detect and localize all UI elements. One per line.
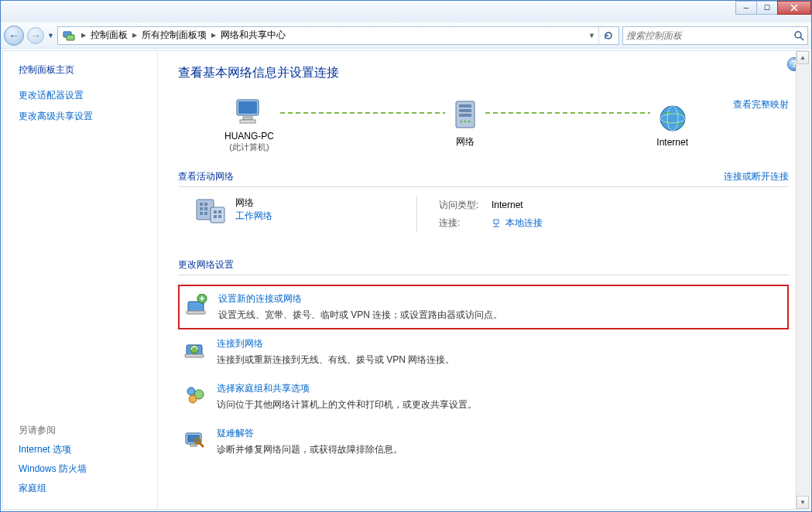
setting-homegroup-desc: 访问位于其他网络计算机上的文件和打印机，或更改共享设置。 [217,399,477,410]
setting-connect-network[interactable]: 连接到网络 连接到或重新连接到无线、有线、拨号或 VPN 网络连接。 [178,329,789,374]
svg-rect-5 [238,101,257,114]
see-also-homegroup[interactable]: 家庭组 [19,482,149,495]
active-network-right: 访问类型: Internet 连接: 本地连接 [407,196,543,232]
svg-rect-24 [204,212,207,215]
local-connection-link[interactable]: 本地连接 [505,217,543,228]
history-dropdown-icon[interactable]: ▼ [47,32,54,39]
titlebar-buttons: ─ ☐ [736,1,811,15]
main-panel: ? 查看基本网络信息并设置连接 HUANG- [158,51,809,509]
content-area: 控制面板主页 更改适配器设置 更改高级共享设置 另请参阅 Internet 选项… [2,50,810,510]
setting-homegroup-link[interactable]: 选择家庭组和共享选项 [217,382,477,395]
see-also-header: 另请参阅 [19,424,149,437]
computer-icon [232,97,266,128]
svg-rect-29 [218,215,221,218]
svg-point-2 [795,32,801,38]
active-networks-title: 查看活动网络 [178,170,234,183]
node-network: 网络 [451,98,479,148]
globe-icon [657,103,688,134]
connect-disconnect-link[interactable]: 连接或断开连接 [724,170,789,183]
crumb-all-items[interactable]: 所有控制面板项 [140,29,208,42]
setting-new-connection-link[interactable]: 设置新的连接或网络 [218,292,502,305]
divider [416,196,417,232]
settings-list: 设置新的连接或网络 设置无线、宽带、拨号、临时或 VPN 连接；或设置路由器或访… [178,285,789,464]
chevron-right-icon[interactable]: ▶ [78,32,89,39]
svg-point-39 [187,387,195,395]
chevron-right-icon[interactable]: ▶ [208,32,219,39]
scroll-up-button[interactable]: ▲ [797,51,809,64]
work-network-icon [194,196,228,227]
titlebar: ─ ☐ [1,1,811,22]
svg-point-15 [660,106,685,131]
arrow-left-icon: ← [9,29,19,42]
full-map-link[interactable]: 查看完整映射 [711,98,789,111]
node-this-pc: HUANG-PC (此计算机) [224,94,274,153]
svg-rect-9 [459,104,471,108]
setting-new-connection-desc: 设置无线、宽带、拨号、临时或 VPN 连接；或设置路由器或访问点。 [218,309,502,320]
node-internet: Internet [656,100,688,148]
refresh-button[interactable] [598,27,617,44]
svg-rect-37 [185,354,204,357]
node-net-label: 网络 [451,135,479,148]
svg-rect-7 [240,120,255,123]
svg-point-12 [461,121,463,123]
setting-homegroup[interactable]: 选择家庭组和共享选项 访问位于其他网络计算机上的文件和打印机，或更改共享设置。 [178,374,789,419]
active-network-row: 网络 工作网络 访问类型: Internet 连接: [178,196,789,241]
close-button[interactable] [777,1,811,15]
sidebar-link-adapter[interactable]: 更改适配器设置 [19,89,149,102]
svg-rect-25 [211,207,224,223]
change-settings-title: 更改网络设置 [178,258,234,271]
see-also-internet-options[interactable]: Internet 选项 [19,443,149,456]
svg-rect-11 [459,114,471,117]
connector-line [280,112,445,114]
crumb-network-sharing[interactable]: 网络和共享中心 [219,29,287,42]
svg-line-3 [800,37,803,40]
crumb-control-panel[interactable]: 控制面板 [89,29,129,42]
svg-rect-44 [190,444,197,446]
node-pc-sublabel: (此计算机) [224,142,274,153]
connection-label: 连接: [439,214,485,232]
troubleshoot-icon [183,427,207,452]
scroll-down-button[interactable]: ▼ [797,496,809,509]
address-dropdown-icon[interactable]: ▼ [585,32,598,39]
network-hub-icon [451,100,479,134]
sidebar-home[interactable]: 控制面板主页 [19,63,149,77]
new-connection-icon [184,292,209,317]
network-center-icon [62,29,76,43]
svg-rect-27 [218,210,221,213]
setting-troubleshoot-desc: 诊断并修复网络问题，或获得故障排除信息。 [217,444,403,455]
vertical-scrollbar[interactable]: ▲ ▼ [796,51,809,509]
minimize-button[interactable]: ─ [735,1,757,15]
svg-point-14 [468,121,471,123]
svg-rect-21 [200,207,203,210]
setting-troubleshoot[interactable]: 疑难解答 诊断并修复网络问题，或获得故障排除信息。 [178,419,789,464]
svg-rect-1 [67,35,74,40]
setting-new-connection[interactable]: 设置新的连接或网络 设置无线、宽带、拨号、临时或 VPN 连接；或设置路由器或访… [178,285,789,329]
active-net-type-link[interactable]: 工作网络 [235,210,272,221]
back-button[interactable]: ← [4,26,24,46]
setting-troubleshoot-link[interactable]: 疑难解答 [217,427,403,440]
svg-rect-10 [459,109,471,112]
forward-button[interactable]: → [27,27,44,44]
sidebar-link-advanced-sharing[interactable]: 更改高级共享设置 [19,110,149,123]
see-also-firewall[interactable]: Windows 防火墙 [19,463,149,476]
maximize-button[interactable]: ☐ [756,1,778,15]
searchbox[interactable] [622,26,808,45]
search-input[interactable] [626,30,793,41]
addressbar[interactable]: ▶ 控制面板 ▶ 所有控制面板项 ▶ 网络和共享中心 ▼ [57,26,619,45]
chevron-right-icon[interactable]: ▶ [129,32,140,39]
svg-point-41 [189,395,197,403]
svg-rect-30 [494,220,499,224]
setting-connect-network-link[interactable]: 连接到网络 [217,337,454,350]
svg-rect-22 [204,207,207,210]
scroll-track[interactable] [797,64,809,496]
svg-rect-28 [214,215,217,218]
setting-connect-network-desc: 连接到或重新连接到无线、有线、拨号或 VPN 网络连接。 [217,354,454,365]
section-active-networks: 查看活动网络 连接或断开连接 [178,167,789,187]
svg-rect-26 [214,210,217,213]
window: ─ ☐ ← → ▼ ▶ 控制面板 ▶ 所有控制面板项 ▶ 网络和共享中心 ▼ [0,0,812,512]
access-type-value: Internet [492,196,523,214]
network-map: HUANG-PC (此计算机) [178,94,711,153]
search-icon[interactable] [793,30,804,41]
svg-rect-20 [204,203,207,206]
navbar: ← → ▼ ▶ 控制面板 ▶ 所有控制面板项 ▶ 网络和共享中心 ▼ [1,22,811,49]
